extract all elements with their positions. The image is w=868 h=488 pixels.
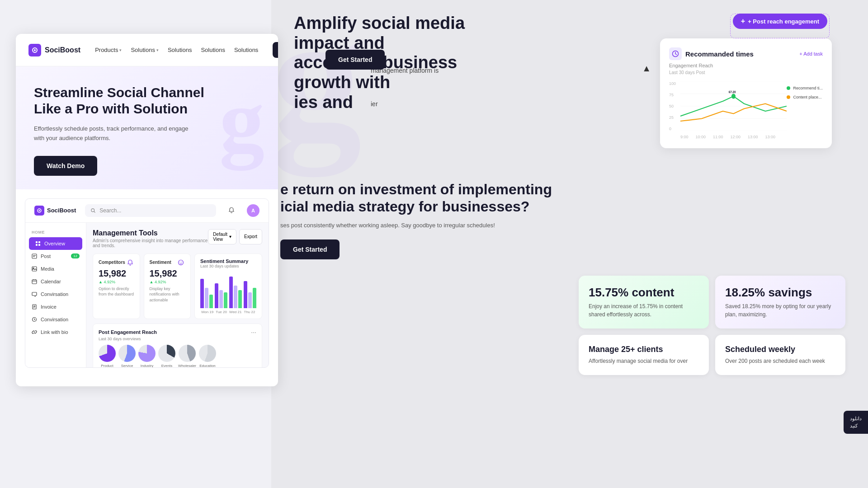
add-task-button[interactable]: + Add task: [799, 51, 823, 56]
dash-main-header: Management Tools Admin's comprehensive i…: [93, 229, 262, 248]
roi-section: e return on investment of implementingic…: [280, 181, 610, 259]
donut-education: Education: [199, 345, 216, 367]
sentiment-summary-title: Sentiment Summary: [200, 258, 256, 264]
stat-desc: Saved 18.25% more by opting for our year…: [725, 302, 835, 319]
svg-line-25: [34, 319, 35, 320]
donut-chart: [179, 345, 196, 362]
bar-item: [200, 279, 204, 308]
export-button[interactable]: Export: [239, 229, 262, 244]
svg-text:67.20: 67.20: [729, 90, 736, 94]
more-options-icon[interactable]: ···: [251, 328, 256, 336]
stat-desc: Affortlessly manage social media for ove…: [589, 357, 699, 365]
dl-badge-line2: کنید: [850, 422, 862, 429]
user-avatar[interactable]: A: [247, 204, 259, 217]
get-started-button[interactable]: Get Started: [273, 42, 278, 58]
sentiment-summary-card: Sentiment Summary Last 30 days updates: [194, 253, 262, 319]
platform-text2: ier: [371, 100, 378, 108]
stat-card-savings: 18.25% savings Saved 18.25% more by opti…: [715, 276, 845, 328]
sidebar-label-conversation2: Convirsation: [41, 317, 68, 322]
dash-title-group: Management Tools Admin's comprehensive i…: [93, 229, 208, 248]
nav-solutions1[interactable]: Solutions: [168, 47, 192, 53]
bar-item: [224, 292, 227, 308]
sentiment-metric-change: ▲ 4.92%: [150, 280, 185, 284]
line-chart-y-axis: 100 75 50 25 0: [669, 81, 676, 131]
line-chart-container: 100 75 50 25 0 67.20 Recommend ti...: [669, 81, 823, 131]
sidebar-label-media: Media: [41, 266, 54, 272]
competitors-value: 15,982: [99, 268, 134, 279]
dash-logo-icon: [34, 206, 44, 216]
donut-wholesaler: Wholesaler: [178, 345, 196, 367]
sidebar-item-media[interactable]: Media: [25, 263, 86, 275]
stat-desc: Over 200 posts are scheduled each week: [725, 357, 835, 365]
sidebar-item-calendar[interactable]: Calendar: [25, 275, 86, 288]
competitors-change: ▲ 4.92%: [99, 280, 134, 284]
donut-industry: Industry: [138, 345, 156, 367]
bar-item: [253, 288, 256, 308]
donut-chart: [138, 345, 156, 362]
competitors-card: Competitors 15,982 ▲ 4.92% Option to dir…: [93, 253, 140, 319]
post-reach-pill[interactable]: + + Post reach engagement: [733, 14, 827, 29]
sentiment-metric-label: Sentiment: [150, 260, 171, 265]
logo-icon: [28, 44, 41, 56]
clock-icon: [669, 47, 682, 60]
bar-item: [238, 290, 242, 308]
bell-metric-icon: [126, 258, 134, 267]
nav-solutions3[interactable]: Solutions: [234, 47, 258, 53]
donut-chart: [158, 345, 175, 362]
rec-chart-subtitle: Last 30 days Post: [669, 70, 823, 75]
donut-service: Service: [118, 345, 136, 367]
bar-item: [234, 286, 237, 308]
stat-value: Manage 25+ clients: [589, 345, 699, 354]
svg-rect-8: [36, 244, 38, 246]
website-panel: SociBoost Products ▾ Solutions ▾ Solutio…: [16, 34, 278, 386]
engagement-row: Post Engagement Reach ··· Last 30 days o…: [93, 324, 262, 367]
svg-point-1: [34, 49, 36, 51]
site-nav: SociBoost Products ▾ Solutions ▾ Solutio…: [16, 34, 278, 66]
sidebar-label-post: Post: [41, 253, 51, 259]
sidebar-item-post[interactable]: Post 12: [25, 250, 86, 263]
donut-chart: [99, 345, 116, 362]
rec-times-title: Recommanded times: [685, 50, 754, 58]
competitors-label: Competitors: [99, 260, 125, 265]
sidebar-label-link-bio: Link with bio: [41, 329, 68, 335]
center-get-started-button[interactable]: Get Started: [326, 50, 385, 70]
sidebar-item-conversation2[interactable]: Convirsation: [25, 313, 86, 326]
roi-get-started-button[interactable]: Get Started: [280, 239, 340, 259]
svg-rect-15: [32, 280, 37, 284]
rec-times-title-row: Recommanded times: [669, 47, 754, 60]
rec-times-header: Recommanded times + Add task: [669, 47, 823, 60]
sidebar-label-calendar: Calendar: [41, 279, 61, 284]
sidebar-label-invoice: Invoice: [41, 304, 57, 310]
sidebar-item-invoice[interactable]: Invoice: [25, 300, 86, 313]
download-badge[interactable]: دانلود کنید: [844, 411, 868, 434]
nav-solutions-dd[interactable]: Solutions ▾: [131, 47, 158, 53]
bar-item: [205, 288, 208, 308]
stat-value: 15.75% content: [589, 286, 699, 300]
chart-legend: Recommend ti... Content place...: [787, 86, 823, 99]
sidebar-item-link-bio[interactable]: Link with bio: [25, 326, 86, 338]
sidebar-item-overview[interactable]: Overview: [29, 237, 82, 250]
sidebar-item-conversation[interactable]: Convirsation: [25, 288, 86, 300]
rec-chart-title: Engagement Reach: [669, 63, 823, 68]
dash-main-subtitle: Admin's comprehensive insight into manag…: [93, 238, 208, 248]
nav-solutions2[interactable]: Solutions: [201, 47, 225, 53]
bar-item: [244, 281, 247, 308]
dash-nav: SociBoost Search... A: [25, 199, 269, 223]
view-select[interactable]: Default View ▾: [208, 229, 236, 244]
stats-grid: 15.75% content Enjoy an increase of 15.7…: [579, 276, 845, 375]
svg-rect-13: [32, 267, 37, 271]
dash-search-bar[interactable]: Search...: [85, 204, 216, 217]
donut-chart: [199, 345, 216, 362]
stat-desc: Enjoy an increase of 15.75% in content s…: [589, 302, 699, 319]
svg-point-27: [179, 262, 180, 263]
plus-icon: +: [741, 17, 745, 25]
watch-demo-button[interactable]: Watch Demo: [34, 156, 97, 176]
dash-main-title: Management Tools: [93, 229, 208, 237]
chart-x-labels: Mon 19 Tue 20 Wed 21 Thu 22: [200, 310, 256, 314]
bar-item: [215, 283, 218, 308]
nav-products[interactable]: Products ▾: [95, 47, 122, 53]
logo-text: SociBoost: [45, 46, 80, 54]
bell-icon[interactable]: [225, 204, 238, 217]
sentiment-metric-desc: Display key notifications with actionabl…: [150, 286, 185, 303]
legend-content: Content place...: [787, 95, 823, 99]
